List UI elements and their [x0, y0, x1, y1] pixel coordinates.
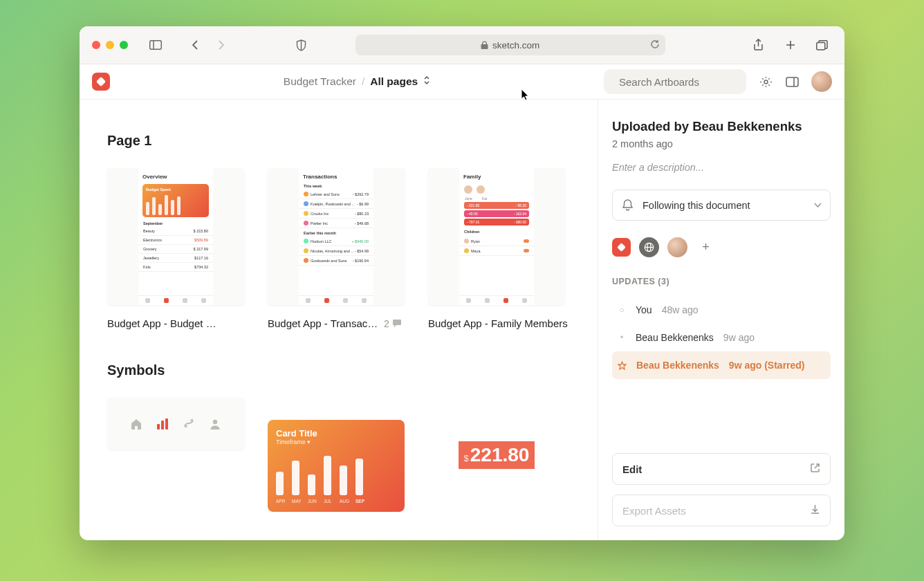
tabs-overview-icon[interactable] — [813, 35, 832, 55]
settings-icon[interactable] — [756, 72, 775, 91]
home-icon — [130, 418, 142, 430]
user-avatar[interactable] — [811, 71, 832, 92]
back-button[interactable] — [186, 35, 205, 55]
artboard-grid: Overview Budget Spent September Beauty$ … — [107, 168, 570, 329]
svg-point-8 — [764, 80, 768, 84]
comment-count: 2 — [384, 318, 402, 329]
safari-window: sketch.com Budget Tracker / All pages — [80, 26, 844, 540]
artboard-thumb: Overview Budget Spent September Beauty$ … — [107, 168, 244, 305]
update-row[interactable]: ○ You 48w ago — [612, 296, 831, 324]
bell-icon — [621, 199, 634, 212]
privacy-shield-icon[interactable] — [291, 35, 311, 55]
window-controls — [92, 41, 128, 49]
workspace-badge[interactable] — [612, 238, 631, 257]
uploaded-by: Uploaded by Beau Bekkenenks — [612, 119, 831, 134]
svg-rect-9 — [786, 77, 798, 86]
chevron-down-icon — [814, 203, 822, 208]
svg-point-14 — [213, 419, 217, 423]
artboards-canvas[interactable]: Page 1 Overview Budget Spent September B… — [80, 100, 598, 540]
update-row[interactable]: • Beau Bekkenenks 9w ago — [612, 324, 831, 351]
document-name[interactable]: Budget Tracker — [284, 75, 356, 88]
artboard-card-family[interactable]: Family JaneKat - 221.80- 85.20 - 40.00- … — [428, 168, 565, 329]
safari-titlebar: sketch.com — [80, 26, 844, 64]
price-badge: $221.80 — [459, 441, 535, 469]
svg-marker-18 — [618, 362, 626, 369]
mouse-cursor — [521, 89, 530, 101]
edit-button[interactable]: Edit — [612, 453, 831, 485]
public-badge[interactable] — [639, 237, 659, 257]
new-tab-icon[interactable] — [781, 35, 800, 55]
url-text: sketch.com — [492, 40, 539, 50]
minimize-window-button[interactable] — [106, 41, 114, 49]
collaborator-avatar[interactable] — [667, 237, 687, 257]
globe-icon — [644, 242, 654, 252]
artboard-thumb: Transactions This week Lehner and Sons- … — [268, 168, 405, 305]
artboard-label: Budget App - Transacti... — [268, 317, 378, 329]
app-toolbar: Budget Tracker / All pages — [80, 64, 844, 100]
uploaded-when: 2 months ago — [612, 138, 831, 149]
sketch-logo[interactable] — [92, 73, 110, 91]
symbol-card-price[interactable]: $221.80 — [428, 398, 565, 512]
svg-rect-13 — [165, 418, 168, 430]
symbol-grid: Card Title Timeframe ▾ APRMAYJUNJULAUGSE… — [107, 398, 570, 512]
breadcrumb: Budget Tracker / All pages — [284, 75, 430, 88]
svg-rect-0 — [150, 41, 162, 50]
symbol-card-chart[interactable]: Card Title Timeframe ▾ APRMAYJUNJULAUGSE… — [268, 398, 405, 512]
inspector-sidebar: Uploaded by Beau Bekkenenks 2 months ago… — [598, 100, 844, 540]
app-body: Page 1 Overview Budget Spent September B… — [80, 100, 844, 540]
svg-rect-12 — [161, 421, 164, 430]
artboard-label: Budget App - Family Members — [428, 317, 568, 329]
artboard-card-overview[interactable]: Overview Budget Spent September Beauty$ … — [107, 168, 244, 329]
transfer-icon — [183, 418, 195, 430]
share-icon[interactable] — [749, 35, 768, 55]
panel-toggle-icon[interactable] — [782, 72, 802, 91]
artboard-label: Budget App - Budget Overvi... — [107, 317, 218, 329]
svg-rect-5 — [817, 42, 825, 50]
chart-icon — [156, 418, 169, 430]
add-collaborator-button[interactable]: + — [696, 237, 716, 257]
page-selector-label[interactable]: All pages — [370, 75, 418, 88]
sidebar-toggle-icon[interactable] — [146, 35, 165, 55]
safari-right-tools — [749, 35, 832, 55]
comment-icon — [392, 319, 402, 328]
update-row-starred[interactable]: Beau Bekkenenks 9w ago (Starred) — [612, 351, 831, 379]
download-icon — [810, 504, 820, 517]
section-title-symbols: Symbols — [107, 362, 570, 378]
profile-icon — [209, 418, 221, 430]
forward-button[interactable] — [211, 35, 230, 55]
share-row: + — [612, 237, 831, 257]
breadcrumb-separator: / — [362, 75, 364, 88]
export-assets-button[interactable]: Export Assets — [612, 495, 831, 526]
search-field[interactable] — [604, 69, 746, 94]
address-bar[interactable]: sketch.com — [355, 35, 665, 55]
follow-dropdown[interactable]: Following this document — [612, 190, 831, 221]
svg-rect-11 — [157, 424, 160, 430]
star-icon — [618, 361, 627, 370]
section-title-page1: Page 1 — [107, 133, 570, 149]
updates-heading: UPDATES (3) — [612, 277, 831, 286]
symbol-card-navbar[interactable] — [107, 398, 244, 512]
artboard-card-transactions[interactable]: Transactions This week Lehner and Sons- … — [268, 168, 405, 329]
chevron-updown-icon[interactable] — [423, 75, 430, 88]
lock-icon — [481, 41, 488, 50]
close-window-button[interactable] — [92, 41, 100, 49]
reload-icon[interactable] — [650, 39, 660, 51]
description-placeholder[interactable]: Enter a description... — [612, 162, 831, 173]
svg-line-19 — [815, 464, 819, 468]
search-input[interactable] — [619, 76, 750, 88]
fullscreen-window-button[interactable] — [120, 41, 128, 49]
artboard-thumb: Family JaneKat - 221.80- 85.20 - 40.00- … — [428, 168, 565, 305]
external-link-icon — [810, 463, 820, 475]
